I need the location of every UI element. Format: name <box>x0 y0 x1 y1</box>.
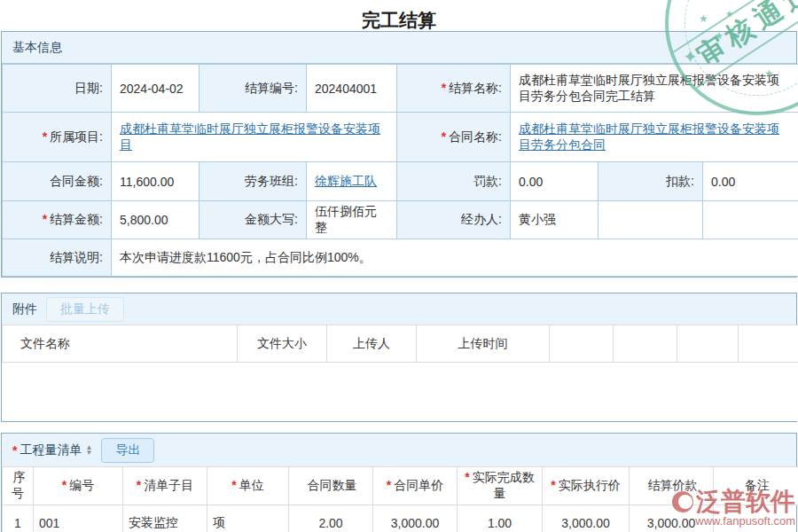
settle-name-label-cell: *结算名称: <box>397 65 511 113</box>
deduction-value: 0.00 <box>703 162 798 201</box>
contract-value-cell: 成都杜甫草堂临时展厅独立展柜报警设备安装项目劳务分包合同 <box>511 113 798 162</box>
col-list-item: *清单子目 <box>123 467 207 505</box>
basic-row-2: *所属项目: 成都杜甫草堂临时展厅独立展柜报警设备安装项目 *合同名称: 成都杜… <box>3 113 798 162</box>
col-empty <box>550 325 614 363</box>
boq-header-row: 序号 *编号 *清单子目 *单位 合同数量 *合同单价 *实际完成数量 *实际执… <box>3 467 798 505</box>
attachments-empty-area <box>3 363 798 422</box>
col-seq: 序号 <box>3 467 34 505</box>
labor-team-value-cell: 徐辉施工队 <box>307 162 397 201</box>
basic-row-4: *结算金额: 5,800.00 金额大写: 伍仟捌佰元整 经办人: 黄小强 <box>3 201 798 239</box>
basic-info-panel: 基本信息 日期: 2024-04-02 结算编号: 202404001 *结算名… <box>1 31 797 278</box>
labor-team-label-cell: 劳务班组: <box>200 162 307 201</box>
batch-upload-button[interactable]: 批量上传 <box>46 297 124 322</box>
required-mark: * <box>43 129 47 144</box>
required-mark: * <box>43 212 47 226</box>
cell-actual-price: 3,000.00 <box>543 505 630 532</box>
col-contract-price: *合同单价 <box>373 467 458 505</box>
cell-contract-price: 3,000.00 <box>373 505 458 532</box>
col-actual-qty: *实际完成数量 <box>458 467 543 505</box>
attachments-panel: 附件 批量上传 文件名称 文件大小 上传人 上传时间 <box>1 293 797 422</box>
basic-info-table: 日期: 2024-04-02 结算编号: 202404001 *结算名称: 成都… <box>2 64 798 277</box>
cell-settle-price: 3,000.00 <box>630 505 714 532</box>
cell-contract-qty: 2.00 <box>289 505 373 532</box>
boq-data-row: 1 001 安装监控 项 2.00 3,000.00 1.00 3,000.00… <box>3 505 798 532</box>
sort-spinner-icon[interactable]: ▲▼ <box>85 445 92 456</box>
boq-section-header: * 工程量清单 ▲▼ 导出 <box>2 434 796 466</box>
cell-seq: 1 <box>3 505 34 532</box>
attachments-table: 文件名称 文件大小 上传人 上传时间 <box>2 325 798 421</box>
settle-amount-label-cell: *结算金额: <box>3 201 112 239</box>
attachments-section-title: 附件 <box>12 301 37 317</box>
col-upload-time: 上传时间 <box>417 325 550 363</box>
attachments-empty-body <box>3 363 798 422</box>
project-label-cell: *所属项目: <box>3 113 112 162</box>
settle-name-value: 成都杜甫草堂临时展厅独立展柜报警设备安装项目劳务分包合同完工结算 <box>511 65 798 113</box>
empty-cell <box>703 201 798 239</box>
labor-team-link[interactable]: 徐辉施工队 <box>315 174 377 188</box>
settle-no-label-cell: 结算编号: <box>200 65 307 113</box>
col-remark: 备注 <box>714 467 798 505</box>
contract-label-cell: *合同名称: <box>397 113 511 162</box>
col-empty <box>739 325 798 363</box>
project-value-cell: 成都杜甫草堂临时展厅独立展柜报警设备安装项目 <box>112 113 397 162</box>
col-file-name: 文件名称 <box>3 325 238 363</box>
col-settle-price: 结算价款 <box>630 467 714 505</box>
attachments-section-header: 附件 批量上传 <box>2 293 796 325</box>
amount-words-label-cell: 金额大写: <box>200 201 307 239</box>
fine-label-cell: 罚款: <box>397 162 511 201</box>
required-mark: * <box>12 443 17 458</box>
settle-no-value: 202404001 <box>307 65 397 113</box>
cell-remark <box>714 505 798 532</box>
boq-table: 序号 *编号 *清单子目 *单位 合同数量 *合同单价 *实际完成数量 *实际执… <box>2 466 798 532</box>
contract-link[interactable]: 成都杜甫草堂临时展厅独立展柜报警设备安装项目劳务分包合同 <box>519 121 779 152</box>
export-button[interactable]: 导出 <box>101 438 154 463</box>
handler-label-cell: 经办人: <box>397 201 511 239</box>
col-empty <box>614 325 677 363</box>
basic-row-5: 结算说明: 本次申请进度款11600元，占合同比例100%。 <box>3 239 798 277</box>
cell-list-item: 安装监控 <box>123 505 207 532</box>
basic-info-section-header: 基本信息 <box>2 32 796 64</box>
page-title: 完工结算 <box>0 0 798 31</box>
col-unit: *单位 <box>207 467 289 505</box>
date-value: 2024-04-02 <box>112 65 200 113</box>
cell-unit: 项 <box>207 505 289 532</box>
boq-section-title: 工程量清单 <box>20 442 82 458</box>
attachments-header-row: 文件名称 文件大小 上传人 上传时间 <box>3 325 798 363</box>
settle-amount-value: 5,800.00 <box>112 201 200 239</box>
note-label-cell: 结算说明: <box>3 239 112 277</box>
amount-words-value: 伍仟捌佰元整 <box>307 201 397 239</box>
date-label-cell: 日期: <box>3 65 112 113</box>
required-mark: * <box>442 81 446 95</box>
empty-cell <box>598 201 703 239</box>
col-contract-qty: 合同数量 <box>289 467 373 505</box>
col-actual-price: *实际执行价 <box>543 467 630 505</box>
boq-panel: * 工程量清单 ▲▼ 导出 序号 *编号 *清单子目 *单位 合同数量 *合同单… <box>1 433 797 532</box>
col-empty <box>677 325 739 363</box>
col-uploader: 上传人 <box>327 325 417 363</box>
contract-amount-label-cell: 合同金额: <box>3 162 112 201</box>
deduction-label-cell: 扣款: <box>598 162 703 201</box>
fine-value: 0.00 <box>511 162 598 201</box>
note-value: 本次申请进度款11600元，占合同比例100%。 <box>112 239 798 277</box>
cell-actual-qty: 1.00 <box>458 505 543 532</box>
cell-code: 001 <box>34 505 123 532</box>
contract-amount-value: 11,600.00 <box>112 162 200 201</box>
basic-info-section-title: 基本信息 <box>12 40 62 56</box>
project-link[interactable]: 成都杜甫草堂临时展厅独立展柜报警设备安装项目 <box>120 121 380 152</box>
col-file-size: 文件大小 <box>238 325 327 363</box>
basic-row-1: 日期: 2024-04-02 结算编号: 202404001 *结算名称: 成都… <box>3 65 798 113</box>
handler-value: 黄小强 <box>511 201 598 239</box>
required-mark: * <box>442 129 446 144</box>
basic-row-3: 合同金额: 11,600.00 劳务班组: 徐辉施工队 罚款: 0.00 扣款:… <box>3 162 798 201</box>
col-code: *编号 <box>34 467 123 505</box>
